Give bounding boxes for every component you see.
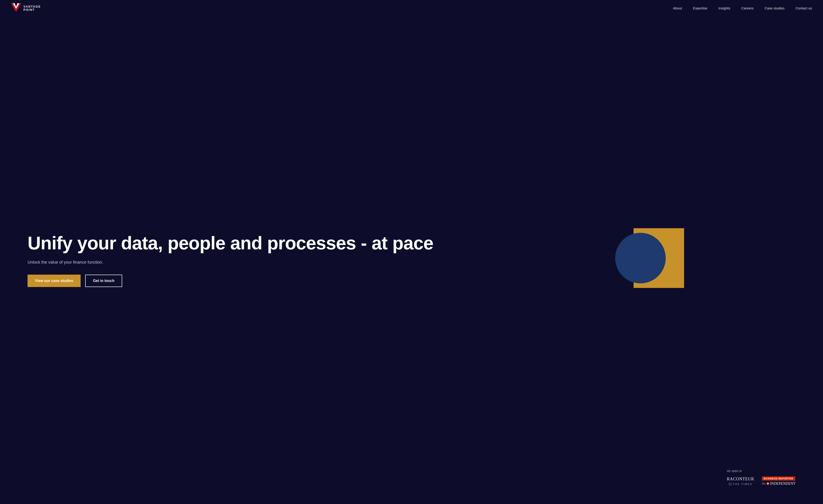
view-case-studies-button[interactable]: View our case studies [27,275,80,287]
seen-in-section: As seen in RACONTEUR ✦ THE TIMES BUSINES… [727,469,796,486]
nav-item-contact[interactable]: Contact us [796,6,812,10]
seen-in-label: As seen in [727,469,742,473]
independent-the: The [762,482,766,485]
times-emblem: ✦ [728,482,732,486]
logo-text: VANTAGE POINT [23,5,41,12]
nav-item-careers[interactable]: Careers [741,6,754,10]
raconteur-logo-group: RACONTEUR ✦ THE TIMES [727,477,754,486]
independent-circle-icon [766,482,770,485]
nav-item-case-studies[interactable]: Case studies [765,6,785,10]
nav-links: About Expertise Insights Careers Case st… [673,6,812,10]
nav-link-contact[interactable]: Contact us [796,6,812,10]
get-in-touch-button[interactable]: Get in touch [85,275,122,287]
vantage-point-logo-icon [11,3,21,13]
graphic-circle [615,233,666,283]
hero-section: Unify your data, people and processes - … [0,16,823,504]
nav-link-case-studies[interactable]: Case studies [765,6,785,10]
hero-buttons: View our case studies Get in touch [27,275,450,287]
nav-link-careers[interactable]: Careers [741,6,754,10]
navbar: VANTAGE POINT About Expertise Insights C… [0,0,823,16]
independent-name: INDEPENDENT [770,482,796,486]
nav-item-insights[interactable]: Insights [718,6,730,10]
hero-content: Unify your data, people and processes - … [27,233,450,287]
nav-item-about[interactable]: About [673,6,682,10]
nav-item-expertise[interactable]: Expertise [693,6,707,10]
nav-link-about[interactable]: About [673,6,682,10]
seen-in-logos: RACONTEUR ✦ THE TIMES BUSINESS REPORTER … [727,477,796,486]
hero-subtitle: Unlock the value of your finance functio… [27,259,450,266]
svg-point-5 [767,483,769,484]
the-times-text: THE TIMES [733,483,752,485]
business-reporter-group: BUSINESS REPORTER The INDEPENDENT [762,477,796,486]
logo-point: POINT [23,8,41,11]
graphic-shape-container [615,226,684,295]
business-reporter-badge: BUSINESS REPORTER [762,477,795,481]
nav-link-expertise[interactable]: Expertise [693,6,707,10]
raconteur-name: RACONTEUR [727,477,754,482]
hero-graphic [504,226,796,295]
nav-link-insights[interactable]: Insights [718,6,730,10]
svg-text:✦: ✦ [729,483,731,485]
logo-link[interactable]: VANTAGE POINT [11,3,41,13]
hero-title: Unify your data, people and processes - … [27,233,450,253]
the-times-logo: ✦ THE TIMES [728,482,752,486]
the-independent-logo: The INDEPENDENT [762,482,796,486]
logo-vantage: VANTAGE [23,5,41,8]
